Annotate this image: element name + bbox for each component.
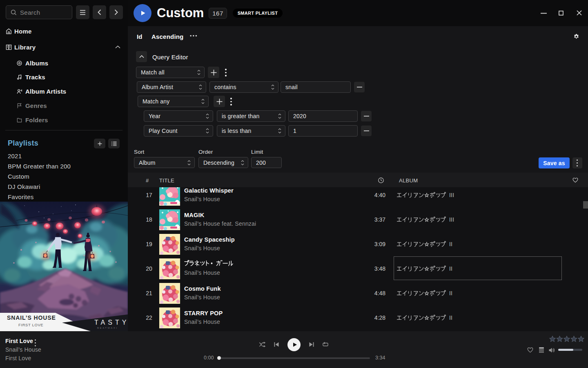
- svg-text:SNAIL’S HOUSE: SNAIL’S HOUSE: [7, 314, 56, 321]
- svg-text:FIRST LOVE: FIRST LOVE: [18, 323, 43, 327]
- svg-text:TASTY: TASTY: [94, 319, 128, 326]
- svg-text:BEATMAXI: BEATMAXI: [97, 327, 118, 329]
